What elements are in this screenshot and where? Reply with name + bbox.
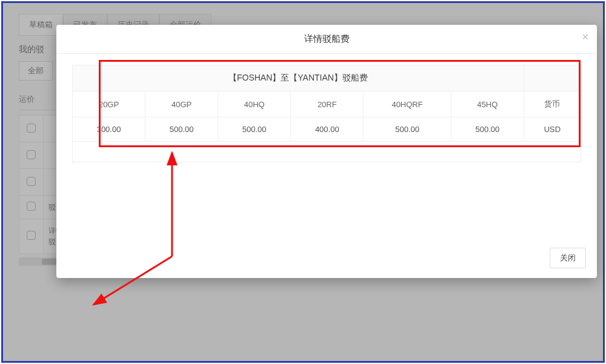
close-button[interactable]: 关闭 <box>550 248 586 268</box>
modal-title: 详情驳船费 <box>304 33 350 44</box>
close-icon[interactable]: × <box>582 31 588 44</box>
annotation-highlight-box <box>99 60 581 147</box>
